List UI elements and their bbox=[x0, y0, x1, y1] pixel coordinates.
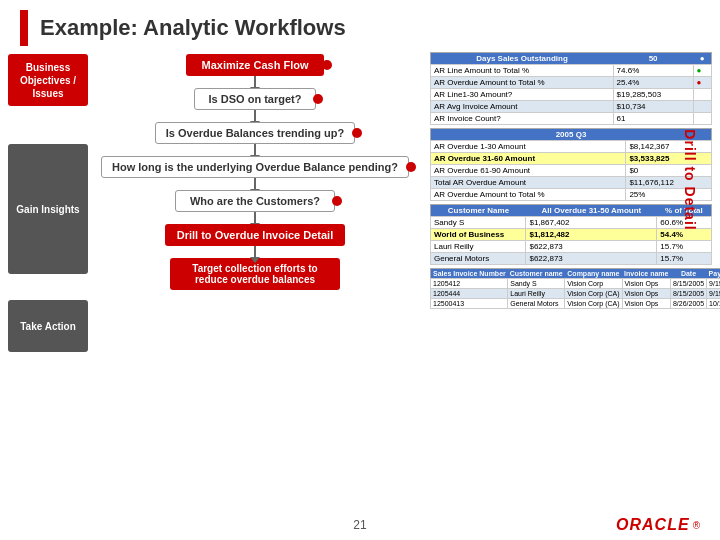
t1-col3: ● bbox=[693, 53, 711, 65]
t1-r1c1: AR Line Amount to Total % bbox=[431, 65, 614, 77]
t4-col4: Invoice name bbox=[622, 269, 670, 279]
t2-r5c2: 25% bbox=[626, 189, 712, 201]
t1-r3c2: $19,285,503 bbox=[613, 89, 693, 101]
dot5 bbox=[332, 196, 342, 206]
arrow6 bbox=[254, 246, 256, 258]
oracle-wordmark: ORACLE bbox=[616, 516, 690, 534]
table2-container: 2005 Q3 AR Overdue 1-30 Amount $8,142,36… bbox=[430, 128, 712, 201]
gain-insights-label: Gain Insights bbox=[8, 144, 88, 274]
t4-r1c1: 1205412 bbox=[431, 279, 508, 289]
arrow4 bbox=[254, 178, 256, 190]
dot4 bbox=[406, 162, 416, 172]
oracle-registered: ® bbox=[693, 520, 700, 531]
t3-r4c3: 15.7% bbox=[657, 253, 712, 265]
t4-r3c6: 10/15/2005 bbox=[707, 299, 720, 309]
page-number: 21 bbox=[353, 518, 366, 532]
t4-col6: Payment Due bbox=[707, 269, 720, 279]
t2-title: 2005 Q3 bbox=[431, 129, 712, 141]
spacer1 bbox=[8, 110, 88, 140]
drill-rotated-label: Drill to Detail bbox=[681, 129, 697, 230]
t3-col2: All Overdue 31-50 Amount bbox=[526, 205, 657, 217]
t3-r4c2: $622,873 bbox=[526, 253, 657, 265]
footer: 21 ORACLE ® bbox=[0, 516, 720, 534]
t3-r3c3: 15.7% bbox=[657, 241, 712, 253]
table3-container: Customer Name All Overdue 31-50 Amount %… bbox=[430, 204, 712, 265]
business-objectives-label: Business Objectives / Issues bbox=[8, 54, 88, 106]
t4-col1: Sales Invoice Number bbox=[431, 269, 508, 279]
t2-r5c1: AR Overdue Amount to Total % bbox=[431, 189, 626, 201]
overdue-buckets-table: 2005 Q3 AR Overdue 1-30 Amount $8,142,36… bbox=[430, 128, 712, 201]
table4-container: Sales Invoice Number Customer name Compa… bbox=[430, 268, 712, 309]
t3-r3c2: $622,873 bbox=[526, 241, 657, 253]
table-row: AR Overdue Amount to Total % 25.4% ● bbox=[431, 77, 712, 89]
t4-r2c2: Lauri Reilly bbox=[508, 289, 565, 299]
table-row: AR Overdue 61-90 Amount $0 bbox=[431, 165, 712, 177]
t4-r3c3: Vision Corp (CA) bbox=[565, 299, 622, 309]
table-row: World of Business $1,812,482 54.4% bbox=[431, 229, 712, 241]
customer-table: Customer Name All Overdue 31-50 Amount %… bbox=[430, 204, 712, 265]
table-row: General Motors $622,873 15.7% bbox=[431, 253, 712, 265]
t3-col1: Customer Name bbox=[431, 205, 526, 217]
spacer2 bbox=[8, 278, 88, 296]
table-row: Sandy S $1,867,402 60.6% bbox=[431, 217, 712, 229]
table-row: 12500413 General Motors Vision Corp (CA)… bbox=[431, 299, 721, 309]
table-row: AR Invoice Count? 61 bbox=[431, 113, 712, 125]
t3-r3c1: Lauri Reilly bbox=[431, 241, 526, 253]
table-row: Lauri Reilly $622,873 15.7% bbox=[431, 241, 712, 253]
t2-r2c1: AR Overdue 31-60 Amount bbox=[431, 153, 626, 165]
table-row: 1205412 Sandy S Vision Corp Vision Ops 8… bbox=[431, 279, 721, 289]
t4-r2c4: Vision Ops bbox=[622, 289, 670, 299]
t4-r3c1: 12500413 bbox=[431, 299, 508, 309]
t2-r2c2: $3,533,825 bbox=[626, 153, 712, 165]
t3-r2c2: $1,812,482 bbox=[526, 229, 657, 241]
t2-r4c2: $11,676,112 bbox=[626, 177, 712, 189]
drill-invoice-box: Drill to Overdue Invoice Detail bbox=[165, 224, 346, 246]
t4-r1c6: 9/19/2005 bbox=[707, 279, 720, 289]
t4-col5: Date bbox=[670, 269, 706, 279]
t1-r5c2: 61 bbox=[613, 113, 693, 125]
dot2 bbox=[313, 94, 323, 104]
table-row: AR Line1-30 Amount? $19,285,503 bbox=[431, 89, 712, 101]
t1-r4c1: AR Avg Invoice Amount bbox=[431, 101, 614, 113]
t1-r5c3 bbox=[693, 113, 711, 125]
invoice-detail-table: Sales Invoice Number Customer name Compa… bbox=[430, 268, 720, 309]
t4-r3c5: 8/26/2005 bbox=[670, 299, 706, 309]
arrow2 bbox=[254, 110, 256, 122]
t4-r2c1: 1205444 bbox=[431, 289, 508, 299]
arrow1 bbox=[254, 76, 256, 88]
t2-r4c1: Total AR Overdue Amount bbox=[431, 177, 626, 189]
t1-r1c3: ● bbox=[693, 65, 711, 77]
t1-r5c1: AR Invoice Count? bbox=[431, 113, 614, 125]
arrow3 bbox=[254, 144, 256, 156]
maximize-cashflow-box: Maximize Cash Flow bbox=[186, 54, 325, 76]
t4-r2c5: 8/15/2005 bbox=[670, 289, 706, 299]
t2-r3c1: AR Overdue 61-90 Amount bbox=[431, 165, 626, 177]
table-row: AR Line Amount to Total % 74.6% ● bbox=[431, 65, 712, 77]
t1-r4c3 bbox=[693, 101, 711, 113]
page-title: Example: Analytic Workflows bbox=[40, 15, 346, 41]
t4-r2c6: 9/19/2005 bbox=[707, 289, 720, 299]
t3-r1c1: Sandy S bbox=[431, 217, 526, 229]
t2-r1c2: $8,142,367 bbox=[626, 141, 712, 153]
t1-col2: 50 bbox=[613, 53, 693, 65]
t4-col3: Company name bbox=[565, 269, 622, 279]
table1-container: Days Sales Outstanding 50 ● AR Line Amou… bbox=[430, 52, 712, 125]
t1-r3c1: AR Line1-30 Amount? bbox=[431, 89, 614, 101]
dso-question-box: Is DSO on target? bbox=[194, 88, 317, 110]
overdue-question-box: Is Overdue Balances trending up? bbox=[155, 122, 356, 144]
take-action-label: Take Action bbox=[8, 300, 88, 352]
t1-r3c3 bbox=[693, 89, 711, 101]
table-row: AR Overdue Amount to Total % 25% bbox=[431, 189, 712, 201]
t2-r1c1: AR Overdue 1-30 Amount bbox=[431, 141, 626, 153]
center-flow: Maximize Cash Flow Is DSO on target? Is … bbox=[88, 52, 422, 512]
arrow5 bbox=[254, 212, 256, 224]
t1-col1: Days Sales Outstanding bbox=[431, 53, 614, 65]
right-panel: Drill to Detail Days Sales Outstanding 5… bbox=[422, 52, 712, 512]
t4-r1c3: Vision Corp bbox=[565, 279, 622, 289]
t3-r4c1: General Motors bbox=[431, 253, 526, 265]
customers-question-box: Who are the Customers? bbox=[175, 190, 335, 212]
t4-r1c2: Sandy S bbox=[508, 279, 565, 289]
dot1 bbox=[322, 60, 332, 70]
t4-r2c3: Vision Corp (CA) bbox=[565, 289, 622, 299]
t3-r1c2: $1,867,402 bbox=[526, 217, 657, 229]
